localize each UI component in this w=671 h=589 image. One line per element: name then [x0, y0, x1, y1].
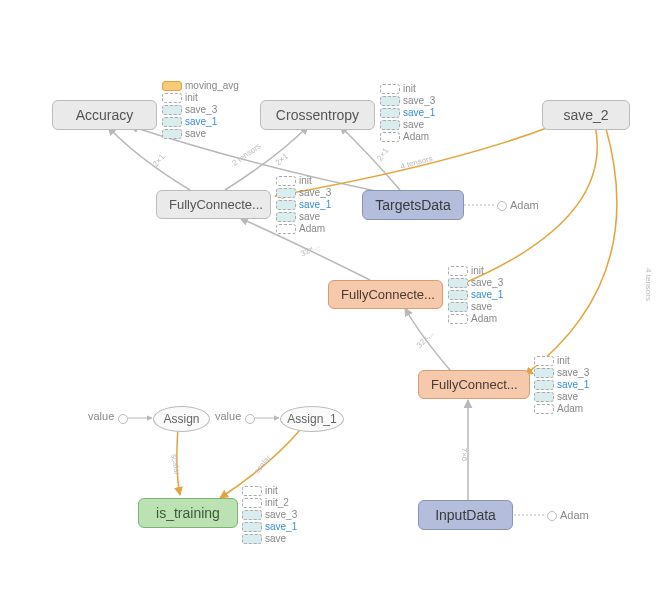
sidelist-chip [448, 266, 468, 276]
sidelist-label: init [471, 265, 484, 277]
edge-label-32-b: 32×... [415, 329, 436, 350]
node-is-training[interactable]: is_training [138, 498, 238, 528]
sidelist-label: save_1 [185, 116, 217, 128]
sidelist-chip [242, 486, 262, 496]
sidelist-chip [380, 84, 400, 94]
edge-label-2tensors: 2 tensors [230, 141, 262, 167]
sidelist-chip [380, 120, 400, 130]
sidelist-label: Adam [557, 403, 583, 415]
sidelist-label: save_1 [557, 379, 589, 391]
label-value-2: value [215, 410, 241, 422]
sidelist-chip [242, 534, 262, 544]
sidelist-chip [276, 212, 296, 222]
sidelist-chip [242, 522, 262, 532]
sidelist-label: init [185, 92, 198, 104]
sidelist-chip [162, 93, 182, 103]
sidelist-label: save_1 [265, 521, 297, 533]
node-assign-1[interactable]: Assign_1 [280, 406, 344, 432]
sidelist-label: init [557, 355, 570, 367]
edge-label-4tensors-b: 4 tensors [644, 268, 653, 301]
sidelist-chip [534, 380, 554, 390]
sidelist-label: save [185, 128, 206, 140]
sidelist-chip [380, 132, 400, 142]
sidelist-label: save [557, 391, 578, 403]
sidelist-label: save_1 [471, 289, 503, 301]
sidelist-label: save [265, 533, 286, 545]
sidelist-chip [276, 224, 296, 234]
sidelist-label: init [299, 175, 312, 187]
sidelist-fc-top: initsave_3save_1saveAdam [276, 175, 331, 235]
edge-label-scalar-2: scalar [252, 453, 273, 475]
sidelist-chip [242, 510, 262, 520]
dot-value-2 [245, 414, 255, 424]
edge-label-scalar-1: scalar [169, 453, 182, 476]
sidelist-label: Adam [471, 313, 497, 325]
node-crossentropy[interactable]: Crossentropy [260, 100, 375, 130]
sidelist-chip [534, 404, 554, 414]
node-fc-top[interactable]: FullyConnecte... [156, 190, 271, 219]
sidelist-chip [448, 314, 468, 324]
sidelist-label: save_3 [265, 509, 297, 521]
edge-label-4tensors-a: 4 tensors [399, 154, 433, 171]
node-targets-data[interactable]: TargetsData [362, 190, 464, 220]
sidelist-chip [276, 188, 296, 198]
sidelist-chip [448, 302, 468, 312]
dot-adam-targets [497, 201, 507, 211]
sidelist-label: Adam [403, 131, 429, 143]
node-fc-bottom[interactable]: FullyConnect... [418, 370, 530, 399]
node-fc-mid[interactable]: FullyConnecte... [328, 280, 443, 309]
sidelist-label: init_2 [265, 497, 289, 509]
sidelist-label: save_3 [471, 277, 503, 289]
sidelist-label: save_1 [299, 199, 331, 211]
sidelist-label: save [403, 119, 424, 131]
sidelist-chip [534, 368, 554, 378]
edge-label-2x1-b: 2×1 [375, 146, 390, 162]
sidelist-label: init [403, 83, 416, 95]
sidelist-chip [162, 129, 182, 139]
sidelist-label: save_3 [299, 187, 331, 199]
sidelist-label: save [299, 211, 320, 223]
sidelist-label: save [471, 301, 492, 313]
node-accuracy[interactable]: Accuracy [52, 100, 157, 130]
sidelist-chip [534, 356, 554, 366]
sidelist-crossentropy: initsave_3save_1saveAdam [380, 83, 435, 143]
edge-label-32-a: 32×... [299, 241, 321, 259]
sidelist-chip [276, 176, 296, 186]
edge-label-7x6: 7×6 [460, 448, 469, 462]
sidelist-chip [162, 105, 182, 115]
sidelist-chip [448, 278, 468, 288]
sidelist-label: save_1 [403, 107, 435, 119]
sidelist-chip [380, 108, 400, 118]
node-assign[interactable]: Assign [153, 406, 210, 432]
sidelist-chip [242, 498, 262, 508]
sidelist-accuracy: moving_avginitsave_3save_1save [162, 80, 239, 140]
sidelist-chip [276, 200, 296, 210]
dot-value-1 [118, 414, 128, 424]
sidelist-label: save_3 [557, 367, 589, 379]
sidelist-chip [380, 96, 400, 106]
sidelist-label: init [265, 485, 278, 497]
sidelist-label: save_3 [185, 104, 217, 116]
sidelist-fc-mid: initsave_3save_1saveAdam [448, 265, 503, 325]
sidelist-label: save_3 [403, 95, 435, 107]
sidelist-fc-bottom: initsave_3save_1saveAdam [534, 355, 589, 415]
sidelist-chip [448, 290, 468, 300]
sidelist-label: Adam [299, 223, 325, 235]
node-input-data[interactable]: InputData [418, 500, 513, 530]
label-value-1: value [88, 410, 114, 422]
sidelist-chip [534, 392, 554, 402]
edge-label-2x1-a: 2×1 [274, 152, 290, 168]
label-adam-input: Adam [560, 509, 589, 521]
sidelist-chip [162, 81, 182, 91]
node-save-2[interactable]: save_2 [542, 100, 630, 130]
sidelist-label: moving_avg [185, 80, 239, 92]
label-adam-targets: Adam [510, 199, 539, 211]
sidelist-chip [162, 117, 182, 127]
dot-adam-input [547, 511, 557, 521]
sidelist-is-training: initinit_2save_3save_1save [242, 485, 297, 545]
edge-label-2x1-c: 2×1 [151, 152, 167, 168]
